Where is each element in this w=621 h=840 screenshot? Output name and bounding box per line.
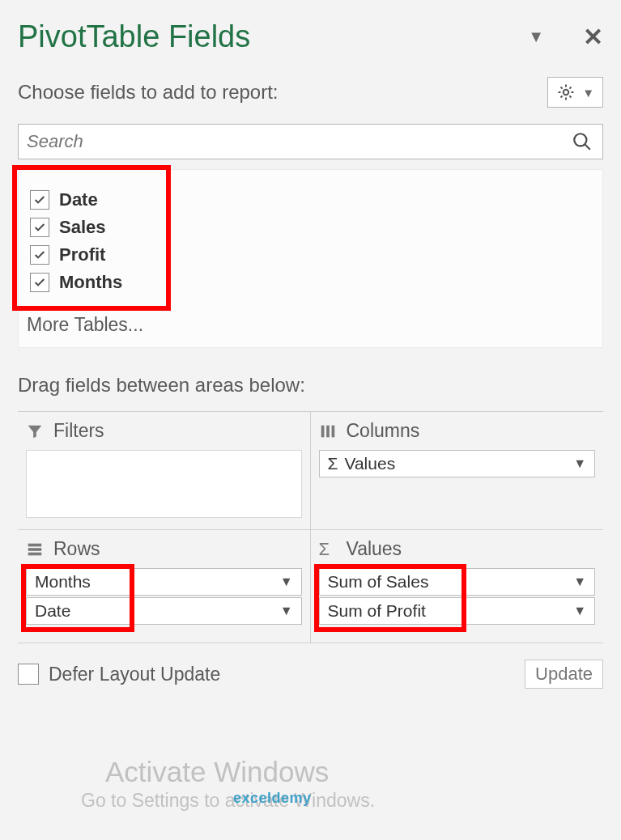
svg-point-0 (564, 90, 568, 95)
area-columns[interactable]: Columns Σ Values ▼ (311, 412, 604, 530)
field-label: Sales (59, 217, 106, 238)
filter-icon (26, 422, 44, 440)
check-icon (33, 248, 46, 261)
tools-menu-button[interactable]: ▼ (547, 77, 603, 108)
filters-dropzone[interactable] (26, 450, 302, 518)
check-icon (33, 276, 46, 289)
values-chip-sum-sales[interactable]: Sum of Sales ▼ (319, 568, 596, 596)
sigma-icon: Σ (328, 454, 338, 473)
rows-icon (26, 541, 44, 558)
check-icon (33, 221, 46, 234)
field-label: Profit (59, 244, 105, 265)
chevron-down-icon: ▼ (573, 604, 586, 618)
area-rows-header: Rows (26, 538, 302, 560)
search-input[interactable] (27, 131, 572, 152)
chevron-down-icon: ▼ (280, 575, 293, 589)
drag-fields-label: Drag fields between areas below: (18, 374, 603, 397)
fields-list: Date Sales Profit Months (27, 181, 150, 301)
pivottable-fields-pane: PivotTable Fields ▼ ✕ Choose fields to a… (0, 0, 621, 840)
field-item-profit[interactable]: Profit (30, 241, 122, 269)
defer-update-label: Defer Layout Update (49, 664, 220, 685)
chip-label: Date (35, 601, 70, 621)
collapse-menu-icon[interactable]: ▼ (528, 28, 544, 46)
pane-header-controls: ▼ ✕ (528, 23, 603, 51)
chevron-down-icon: ▼ (280, 604, 293, 618)
svg-rect-5 (331, 425, 334, 437)
search-icon (572, 131, 593, 152)
field-item-sales[interactable]: Sales (30, 214, 122, 241)
rows-chip-months[interactable]: Months ▼ (26, 568, 302, 596)
columns-icon (319, 422, 337, 440)
svg-line-2 (585, 144, 590, 150)
rows-chip-date[interactable]: Date ▼ (26, 597, 302, 625)
chevron-down-icon: ▼ (573, 575, 586, 589)
chip-label: Values (344, 454, 395, 473)
chip-label: Months (35, 572, 91, 592)
checkbox[interactable] (18, 664, 39, 685)
field-item-months[interactable]: Months (30, 269, 122, 296)
chip-label: Sum of Sales (328, 572, 429, 592)
svg-rect-4 (326, 425, 330, 437)
svg-rect-6 (28, 543, 42, 546)
values-chip-sum-profit[interactable]: Sum of Profit ▼ (319, 597, 596, 625)
area-columns-header: Columns (319, 420, 596, 442)
field-item-date[interactable]: Date (30, 186, 122, 214)
field-label: Months (59, 272, 122, 293)
area-header-label: Rows (53, 538, 100, 560)
area-header-label: Filters (53, 420, 104, 442)
pane-title: PivotTable Fields (18, 19, 250, 54)
choose-fields-label: Choose fields to add to report: (18, 81, 279, 104)
checkbox[interactable] (30, 190, 49, 210)
svg-point-1 (574, 134, 586, 146)
field-label: Date (59, 189, 98, 210)
pane-header: PivotTable Fields ▼ ✕ (18, 19, 603, 54)
area-header-label: Values (347, 538, 402, 560)
svg-rect-7 (28, 548, 42, 551)
chip-label: Sum of Profit (328, 601, 426, 621)
area-filters-header: Filters (26, 420, 302, 442)
choose-fields-row: Choose fields to add to report: ▼ (18, 77, 603, 108)
checkbox[interactable] (30, 245, 49, 265)
close-icon[interactable]: ✕ (583, 23, 603, 51)
chevron-down-icon: ▼ (582, 86, 594, 100)
areas-grid: Filters Columns Σ Values ▼ Rows (18, 411, 603, 643)
defer-update-toggle[interactable]: Defer Layout Update (18, 664, 220, 685)
area-header-label: Columns (347, 420, 420, 442)
fields-list-section: Date Sales Profit Months More T (18, 169, 603, 348)
area-rows[interactable]: Rows Months ▼ Date ▼ (18, 530, 311, 643)
chevron-down-icon: ▼ (573, 456, 586, 471)
area-values[interactable]: Σ Values Sum of Sales ▼ Sum of Profit ▼ (311, 530, 604, 643)
checkbox[interactable] (30, 218, 49, 237)
svg-rect-8 (28, 552, 42, 555)
more-tables-link[interactable]: More Tables... (27, 314, 594, 336)
gear-icon (556, 83, 576, 102)
check-icon (33, 193, 46, 206)
area-filters[interactable]: Filters (18, 412, 311, 530)
svg-rect-3 (321, 425, 324, 437)
search-box[interactable] (18, 124, 603, 159)
area-values-header: Σ Values (319, 538, 596, 560)
footer-row: Defer Layout Update Update (18, 660, 603, 689)
columns-chip-values[interactable]: Σ Values ▼ (319, 450, 596, 477)
update-button[interactable]: Update (525, 660, 603, 689)
checkbox[interactable] (30, 273, 49, 292)
sigma-icon: Σ (319, 541, 337, 558)
